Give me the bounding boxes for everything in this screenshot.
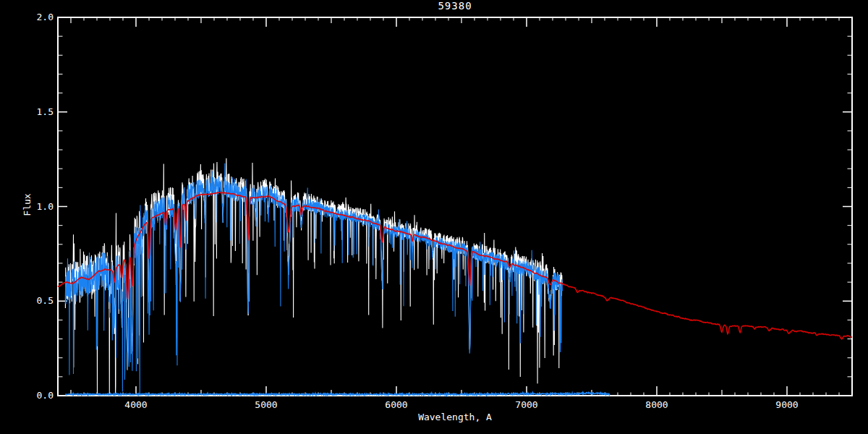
x-tick-label-8000: 8000	[645, 399, 668, 410]
y-tick-label-0.5: 0.5	[37, 295, 54, 306]
x-tick-label-5000: 5000	[255, 399, 277, 410]
x-tick-label-7000: 7000	[515, 399, 537, 410]
series-group	[58, 158, 852, 395]
y-tick-label-0.0: 0.0	[37, 390, 54, 401]
spectrum-viewer: 59380 Flux Wavelength, A 400050006000700…	[0, 0, 868, 434]
error-spectrum-path	[65, 393, 609, 396]
spectrum-plot-canvas: 4000500060007000800090000.00.51.01.52.0	[0, 0, 868, 434]
x-tick-label-6000: 6000	[385, 399, 407, 410]
x-tick-label-4000: 4000	[124, 399, 147, 410]
y-tick-label-2.0: 2.0	[37, 12, 54, 22]
y-tick-label-1.0: 1.0	[37, 201, 54, 212]
x-tick-label-9000: 9000	[775, 399, 798, 410]
y-tick-label-1.5: 1.5	[37, 106, 54, 117]
